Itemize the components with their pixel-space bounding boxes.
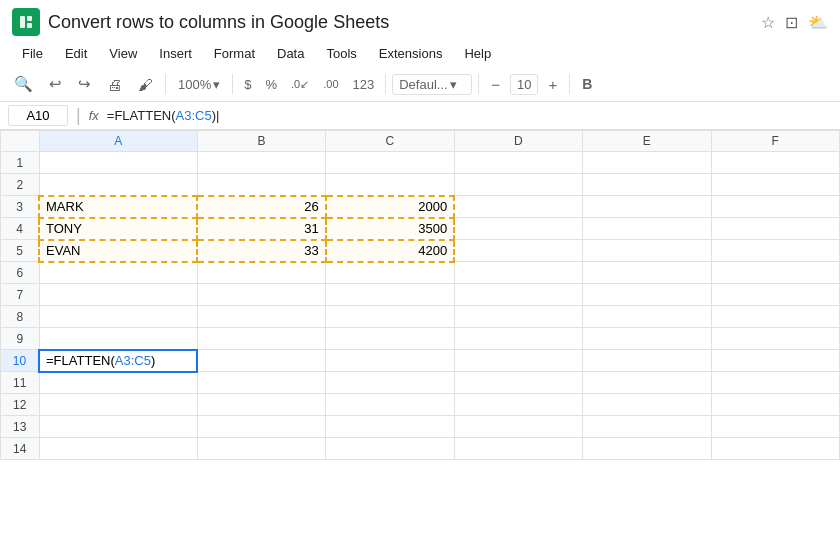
cell-c12[interactable] <box>326 394 454 416</box>
row-header-6[interactable]: 6 <box>1 262 40 284</box>
cell-c8[interactable] <box>326 306 454 328</box>
cell-d5[interactable] <box>454 240 582 262</box>
menu-data[interactable]: Data <box>267 42 314 65</box>
cell-e10[interactable] <box>583 350 711 372</box>
cell-a4[interactable]: TONY <box>39 218 197 240</box>
formula-input[interactable]: =FLATTEN(A3:C5)| <box>107 108 832 123</box>
cell-d3[interactable] <box>454 196 582 218</box>
cell-e11[interactable] <box>583 372 711 394</box>
cell-e3[interactable] <box>583 196 711 218</box>
cell-e14[interactable] <box>583 438 711 460</box>
cell-e12[interactable] <box>583 394 711 416</box>
row-header-12[interactable]: 12 <box>1 394 40 416</box>
cell-d1[interactable] <box>454 152 582 174</box>
cell-f11[interactable] <box>711 372 839 394</box>
menu-format[interactable]: Format <box>204 42 265 65</box>
cell-f13[interactable] <box>711 416 839 438</box>
col-header-c[interactable]: C <box>326 131 454 152</box>
cell-b11[interactable] <box>197 372 325 394</box>
menu-help[interactable]: Help <box>454 42 501 65</box>
cell-d12[interactable] <box>454 394 582 416</box>
col-header-b[interactable]: B <box>197 131 325 152</box>
cell-reference-box[interactable]: A10 <box>8 105 68 126</box>
cell-b14[interactable] <box>197 438 325 460</box>
cell-a2[interactable] <box>39 174 197 196</box>
cell-e6[interactable] <box>583 262 711 284</box>
cell-c6[interactable] <box>326 262 454 284</box>
cell-a11[interactable] <box>39 372 197 394</box>
star-icon[interactable]: ☆ <box>761 13 775 32</box>
row-header-7[interactable]: 7 <box>1 284 40 306</box>
cell-c9[interactable] <box>326 328 454 350</box>
cell-f8[interactable] <box>711 306 839 328</box>
cell-a8[interactable] <box>39 306 197 328</box>
row-header-10[interactable]: 10 <box>1 350 40 372</box>
cell-e7[interactable] <box>583 284 711 306</box>
cell-a12[interactable] <box>39 394 197 416</box>
cell-c7[interactable] <box>326 284 454 306</box>
cell-e2[interactable] <box>583 174 711 196</box>
cell-d7[interactable] <box>454 284 582 306</box>
row-header-2[interactable]: 2 <box>1 174 40 196</box>
paint-format-button[interactable]: 🖌 <box>132 72 159 97</box>
cell-d6[interactable] <box>454 262 582 284</box>
row-header-8[interactable]: 8 <box>1 306 40 328</box>
cell-c11[interactable] <box>326 372 454 394</box>
row-header-4[interactable]: 4 <box>1 218 40 240</box>
cell-d2[interactable] <box>454 174 582 196</box>
font-size-minus-button[interactable]: − <box>485 72 506 97</box>
cell-d13[interactable] <box>454 416 582 438</box>
cell-d10[interactable] <box>454 350 582 372</box>
cell-d14[interactable] <box>454 438 582 460</box>
decimal-decrease-button[interactable]: .0↙ <box>286 76 314 93</box>
cell-e5[interactable] <box>583 240 711 262</box>
cell-b1[interactable] <box>197 152 325 174</box>
cell-f9[interactable] <box>711 328 839 350</box>
cell-f7[interactable] <box>711 284 839 306</box>
cell-f10[interactable] <box>711 350 839 372</box>
cell-c4[interactable]: 3500 <box>326 218 454 240</box>
col-header-f[interactable]: F <box>711 131 839 152</box>
cell-a1[interactable] <box>39 152 197 174</box>
row-header-1[interactable]: 1 <box>1 152 40 174</box>
cell-d4[interactable] <box>454 218 582 240</box>
row-header-14[interactable]: 14 <box>1 438 40 460</box>
row-header-13[interactable]: 13 <box>1 416 40 438</box>
redo-button[interactable]: ↪ <box>72 71 97 97</box>
menu-edit[interactable]: Edit <box>55 42 97 65</box>
cloud-icon[interactable]: ⛅ <box>808 13 828 32</box>
cell-b12[interactable] <box>197 394 325 416</box>
font-family-selector[interactable]: Defaul... ▾ <box>392 74 472 95</box>
cell-b8[interactable] <box>197 306 325 328</box>
menu-tools[interactable]: Tools <box>316 42 366 65</box>
cell-f1[interactable] <box>711 152 839 174</box>
currency-button[interactable]: $ <box>239 75 256 94</box>
bold-button[interactable]: B <box>576 72 598 96</box>
folder-icon[interactable]: ⊡ <box>785 13 798 32</box>
cell-c3[interactable]: 2000 <box>326 196 454 218</box>
row-header-11[interactable]: 11 <box>1 372 40 394</box>
col-header-d[interactable]: D <box>454 131 582 152</box>
cell-d11[interactable] <box>454 372 582 394</box>
row-header-9[interactable]: 9 <box>1 328 40 350</box>
cell-a9[interactable] <box>39 328 197 350</box>
percent-button[interactable]: % <box>260 75 282 94</box>
zoom-selector[interactable]: 100% ▾ <box>172 75 226 94</box>
menu-file[interactable]: File <box>12 42 53 65</box>
cell-f2[interactable] <box>711 174 839 196</box>
cell-b6[interactable] <box>197 262 325 284</box>
cell-e9[interactable] <box>583 328 711 350</box>
print-button[interactable]: 🖨 <box>101 72 128 97</box>
cell-b5[interactable]: 33 <box>197 240 325 262</box>
cell-b4[interactable]: 31 <box>197 218 325 240</box>
col-header-a[interactable]: A <box>39 131 197 152</box>
menu-extensions[interactable]: Extensions <box>369 42 453 65</box>
cell-c10[interactable] <box>326 350 454 372</box>
cell-c5[interactable]: 4200 <box>326 240 454 262</box>
cell-a3[interactable]: MARK <box>39 196 197 218</box>
menu-view[interactable]: View <box>99 42 147 65</box>
cell-a13[interactable] <box>39 416 197 438</box>
font-size-input[interactable]: 10 <box>510 74 538 95</box>
cell-b2[interactable] <box>197 174 325 196</box>
cell-e4[interactable] <box>583 218 711 240</box>
